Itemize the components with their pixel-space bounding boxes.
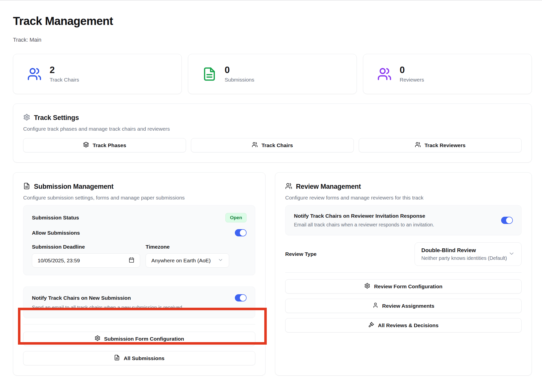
track-management-page: Track Management Track: Main 2 Track Cha… — [0, 0, 542, 392]
notify-invitation-description: Email all track chairs when a reviewer r… — [294, 222, 434, 228]
track-settings-panel: Track Settings Configure track phases an… — [13, 103, 532, 163]
track-reviewers-button[interactable]: Track Reviewers — [359, 138, 522, 152]
layers-icon — [83, 142, 89, 149]
submission-management-description: Configure submission settings, forms and… — [23, 195, 255, 201]
button-label: Track Phases — [93, 142, 126, 148]
all-submissions-button[interactable]: All Submissions — [23, 351, 255, 365]
stat-label: Reviewers — [400, 77, 424, 83]
stat-value: 2 — [50, 65, 79, 75]
button-label: All Submissions — [124, 355, 164, 361]
stat-value: 0 — [225, 65, 254, 75]
deadline-value: 10/05/2025, 23:59 — [38, 258, 80, 264]
stat-value: 0 — [400, 65, 424, 75]
gear-icon — [94, 335, 100, 342]
allow-submissions-label: Allow Submissions — [32, 230, 80, 236]
review-management-description: Configure review forms and manage review… — [285, 195, 522, 201]
review-type-label: Review Type — [285, 251, 317, 257]
notify-invitation-title: Notify Track Chairs on Reviewer Invitati… — [294, 213, 434, 219]
notify-new-submission-card: Notify Track Chairs on New Submission Se… — [23, 287, 255, 318]
gear-icon — [364, 283, 370, 290]
submission-form-configuration-button[interactable]: Submission Form Configuration — [23, 332, 255, 346]
button-label: Track Reviewers — [425, 142, 466, 148]
notify-new-submission-toggle[interactable] — [235, 294, 247, 301]
timezone-select[interactable]: Anywhere on Earth (AoE) — [146, 253, 229, 268]
stat-card-reviewers: 0 Reviewers — [363, 54, 532, 94]
page-title: Track Management — [13, 14, 532, 28]
gear-icon — [23, 114, 30, 122]
divider — [285, 272, 522, 273]
submission-status-card: Submission Status Open Allow Submissions… — [23, 205, 255, 275]
file-text-icon — [202, 67, 217, 81]
button-label: Review Assignments — [382, 303, 434, 309]
timezone-label: Timezone — [146, 244, 229, 250]
review-type-select[interactable]: Double-Blind Review Neither party knows … — [415, 242, 522, 266]
users-icon — [377, 67, 392, 81]
gavel-icon — [368, 322, 374, 329]
users-icon — [252, 142, 258, 149]
submission-deadline-input[interactable]: 10/05/2025, 23:59 — [32, 253, 140, 268]
status-badge: Open — [225, 213, 247, 222]
allow-submissions-toggle[interactable] — [235, 229, 247, 236]
calendar-icon[interactable] — [129, 257, 134, 264]
review-type-value: Double-Blind Review — [421, 247, 507, 254]
notify-title: Notify Track Chairs on New Submission — [32, 295, 131, 301]
file-text-icon — [23, 183, 30, 191]
track-phases-button[interactable]: Track Phases — [23, 138, 186, 152]
review-assignments-button[interactable]: Review Assignments — [285, 299, 522, 313]
timezone-value: Anywhere on Earth (AoE) — [151, 258, 211, 264]
stat-label: Track Chairs — [50, 77, 79, 83]
button-label: Review Form Configuration — [374, 284, 442, 290]
button-label: Track Chairs — [262, 142, 293, 148]
users-icon — [27, 67, 42, 81]
review-management-title: Review Management — [296, 183, 361, 191]
stat-card-submissions: 0 Submissions — [188, 54, 357, 94]
all-reviews-decisions-button[interactable]: All Reviews & Decisions — [285, 318, 522, 332]
track-subtitle: Track: Main — [13, 37, 532, 43]
review-management-panel: Review Management Configure review forms… — [275, 172, 532, 376]
notify-invitation-toggle[interactable] — [501, 217, 513, 224]
divider — [23, 324, 255, 324]
track-chairs-button[interactable]: Track Chairs — [191, 138, 354, 152]
users-icon — [415, 142, 421, 149]
stat-card-track-chairs: 2 Track Chairs — [13, 54, 182, 94]
review-type-subtext: Neither party knows identities (Default) — [421, 255, 507, 261]
submission-status-label: Submission Status — [32, 215, 79, 221]
file-text-icon — [114, 355, 120, 362]
chevron-down-icon — [508, 250, 515, 258]
notify-reviewer-invitation-card: Notify Track Chairs on Reviewer Invitati… — [285, 205, 522, 235]
review-form-configuration-button[interactable]: Review Form Configuration — [285, 279, 522, 294]
button-label: Submission Form Configuration — [104, 336, 184, 342]
chevron-down-icon — [218, 257, 223, 264]
button-label: All Reviews & Decisions — [378, 322, 439, 328]
submission-management-panel: Submission Management Configure submissi… — [13, 172, 266, 376]
notify-description: Send an email to all track chairs when a… — [32, 305, 247, 310]
stats-row: 2 Track Chairs 0 Submissions 0 Reviewers — [13, 54, 532, 94]
submission-management-title: Submission Management — [34, 183, 113, 191]
users-icon — [285, 183, 292, 191]
track-settings-title: Track Settings — [34, 114, 79, 122]
submission-deadline-label: Submission Deadline — [32, 244, 140, 250]
user-icon — [372, 302, 378, 309]
stat-label: Submissions — [225, 77, 254, 83]
track-settings-description: Configure track phases and manage track … — [23, 126, 522, 132]
